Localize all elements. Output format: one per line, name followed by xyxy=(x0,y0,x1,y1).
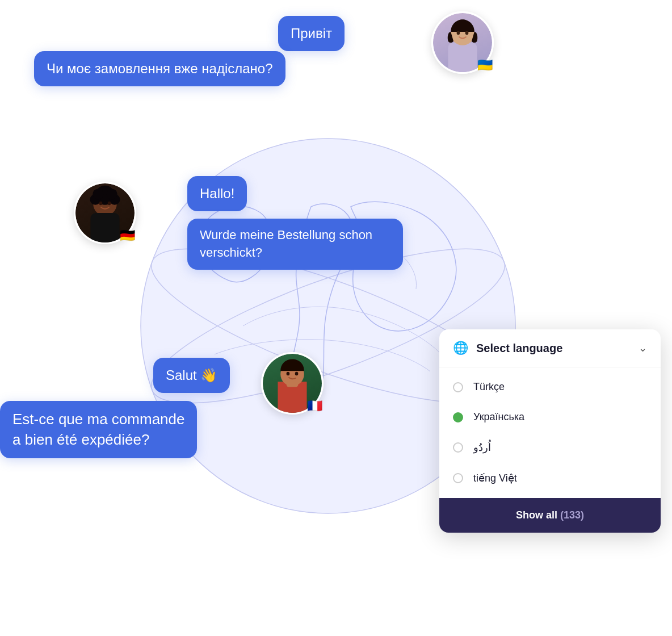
svg-point-20 xyxy=(295,372,299,376)
lang-name-vietnamese: tiếng Việt xyxy=(473,472,517,484)
lang-radio-urdu xyxy=(453,442,463,453)
svg-rect-9 xyxy=(90,213,119,242)
bubble-text: Чи моє замовлення вже надіслано? xyxy=(47,61,273,76)
bubble-text: Est-ce que ma commandea bien été expédié… xyxy=(12,411,184,448)
svg-rect-4 xyxy=(448,43,477,72)
lang-radio-ukrainian xyxy=(453,412,463,422)
lang-radio-turkce xyxy=(453,382,463,392)
avatar-ukrainian: 🇺🇦 xyxy=(431,11,494,74)
dropdown-header[interactable]: 🌐 Select language ⌄ xyxy=(439,329,661,367)
bubble-text: Привіт xyxy=(291,26,332,41)
lang-name-turkce: Türkçe xyxy=(473,381,505,393)
chat-bubble-privet: Привіт xyxy=(278,16,345,51)
lang-item-vietnamese[interactable]: tiếng Việt xyxy=(439,463,661,493)
lang-radio-vietnamese xyxy=(453,473,463,483)
bubble-text: Hallo! xyxy=(200,186,234,201)
chat-bubble-ukrainian: Чи моє замовлення вже надіслано? xyxy=(34,51,285,86)
svg-point-19 xyxy=(287,372,290,376)
language-dropdown: 🌐 Select language ⌄ TürkçeУкраїнськаاُرد… xyxy=(439,329,661,533)
svg-point-6 xyxy=(457,31,460,35)
dropdown-title: Select language xyxy=(476,342,639,355)
lang-item-turkce[interactable]: Türkçe xyxy=(439,372,661,402)
flag-badge-ukrainian: 🇺🇦 xyxy=(477,58,493,73)
svg-point-16 xyxy=(108,202,111,206)
language-list[interactable]: TürkçeУкраїнськаاُردُوtiếng Việt xyxy=(439,367,661,498)
show-all-label: Show all (133) xyxy=(516,509,584,521)
lang-name-ukrainian: Українська xyxy=(473,411,524,423)
chevron-down-icon: ⌄ xyxy=(639,342,647,354)
globe-icon: 🌐 xyxy=(453,341,468,355)
chat-bubble-hallo: Hallo! xyxy=(187,176,247,211)
svg-rect-21 xyxy=(287,382,299,387)
svg-point-7 xyxy=(465,31,469,35)
flag-badge-french: 🇫🇷 xyxy=(307,399,322,413)
show-all-button[interactable]: Show all (133) xyxy=(439,498,661,533)
svg-point-13 xyxy=(93,189,103,199)
lang-name-urdu: اُردُو xyxy=(473,441,491,454)
chat-bubble-german: Wurde meine Bestellung schon verschickt? xyxy=(187,219,403,270)
avatar-german: 🇩🇪 xyxy=(74,182,136,244)
chat-bubble-french: Est-ce que ma commandea bien été expédié… xyxy=(0,401,197,458)
bubble-text: Salut 👋 xyxy=(166,367,217,383)
svg-point-14 xyxy=(107,189,117,199)
bubble-text: Wurde meine Bestellung schon verschickt? xyxy=(200,228,372,260)
avatar-french: 🇫🇷 xyxy=(261,352,324,415)
show-all-count: (133) xyxy=(560,509,584,521)
lang-item-urdu[interactable]: اُردُو xyxy=(439,432,661,463)
lang-item-ukrainian[interactable]: Українська xyxy=(439,402,661,432)
flag-badge-german: 🇩🇪 xyxy=(120,228,135,243)
svg-point-15 xyxy=(99,202,103,206)
chat-bubble-salut: Salut 👋 xyxy=(153,358,230,393)
